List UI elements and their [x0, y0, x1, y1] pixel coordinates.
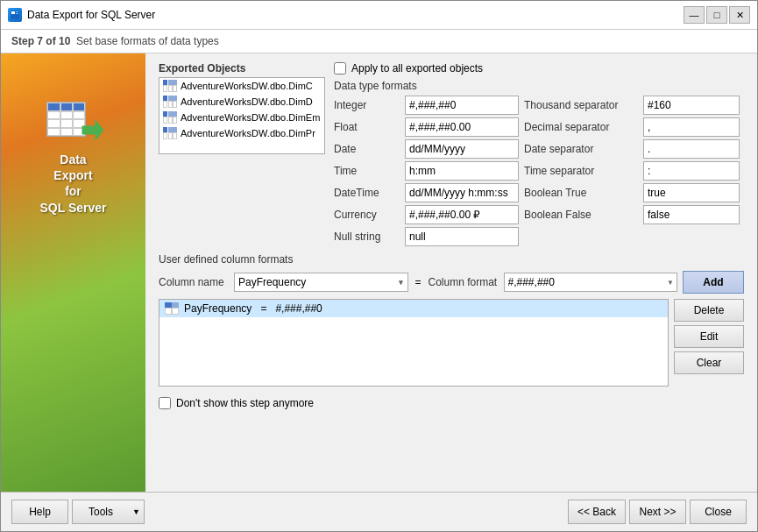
column-name-select[interactable]: PayFrequency: [234, 273, 408, 292]
minimize-button[interactable]: —: [684, 6, 705, 24]
object-icon-3: [163, 127, 177, 139]
footer: Help Tools ▼ << Back Next >> Close: [1, 492, 757, 531]
back-button[interactable]: << Back: [568, 500, 626, 524]
float-input[interactable]: [405, 117, 519, 137]
integer-label: Integer: [334, 99, 400, 111]
time-input[interactable]: [405, 161, 519, 181]
data-type-formats-title: Data type formats: [334, 80, 744, 92]
bool-true-label: Boolean True: [524, 187, 638, 199]
bool-true-input[interactable]: [643, 183, 740, 202]
column-name-select-wrapper: PayFrequency ▼: [234, 273, 408, 292]
currency-input[interactable]: [405, 205, 519, 224]
date-sep-label: Date separator: [524, 143, 638, 155]
main-content: Data Export for SQL Server Exported Obje…: [1, 53, 757, 492]
apply-all-checkbox[interactable]: [334, 62, 346, 74]
date-sep-input[interactable]: [643, 139, 740, 159]
svg-rect-2: [16, 11, 18, 12]
object-item-1[interactable]: AdventureWorksDW.dbo.DimD: [159, 94, 324, 110]
decimal-sep-input[interactable]: [643, 117, 740, 137]
ud-item-format: #,###,##0: [275, 302, 322, 315]
footer-left-buttons: Help Tools ▼: [11, 500, 145, 524]
svg-rect-3: [16, 13, 18, 14]
null-string-input[interactable]: [405, 227, 519, 246]
column-format-select[interactable]: #,###,##0: [504, 273, 678, 292]
datetime-input[interactable]: [405, 183, 519, 202]
dont-show-label[interactable]: Don't show this step anymore: [176, 397, 314, 409]
object-icon-2: [163, 111, 177, 124]
col-format-label: Column format: [429, 276, 499, 288]
object-item-2[interactable]: AdventureWorksDW.dbo.DimEm: [159, 110, 324, 125]
float-label: Float: [334, 121, 400, 133]
user-defined-list-row: PayFrequency = #,###,##0 Delete Edit Cle…: [159, 299, 744, 387]
apply-all-row: Apply to all exported objects: [334, 62, 744, 74]
step-description: Set base formats of data types: [76, 35, 219, 47]
col-name-label: Column name: [159, 276, 229, 288]
object-item-0[interactable]: AdventureWorksDW.dbo.DimC: [159, 78, 324, 94]
currency-label: Currency: [334, 209, 400, 221]
left-panel: Data Export for SQL Server: [1, 53, 145, 492]
user-defined-list[interactable]: PayFrequency = #,###,##0: [159, 299, 669, 387]
null-string-label: Null string: [334, 231, 400, 243]
app-icon: [8, 8, 22, 22]
tools-button[interactable]: Tools: [72, 500, 129, 524]
date-input[interactable]: [405, 139, 519, 159]
time-sep-label: Time separator: [524, 165, 638, 177]
thousand-sep-label: Thousand separator: [524, 99, 638, 111]
ud-item-equals: =: [260, 302, 266, 315]
dont-show-row: Don't show this step anymore: [159, 397, 744, 409]
bool-false-label: Boolean False: [524, 209, 638, 221]
user-defined-title: User defined column formats: [159, 253, 744, 266]
formats-section: Apply to all exported objects Data type …: [334, 62, 744, 246]
ud-list-item-icon: [165, 302, 179, 315]
data-type-formats-section: Data type formats Integer Thousand separ…: [334, 80, 744, 246]
bool-false-input[interactable]: [643, 205, 740, 224]
window-controls: — □ ✕: [684, 6, 750, 24]
step-bar: Step 7 of 10 Set base formats of data ty…: [1, 30, 757, 53]
exported-objects-list[interactable]: AdventureWorksDW.dbo.DimC AdventureWorks…: [159, 77, 325, 154]
step-number: Step 7 of 10: [11, 35, 70, 47]
exported-objects-label: Exported Objects: [159, 62, 325, 74]
close-button[interactable]: Close: [690, 500, 747, 524]
svg-rect-1: [11, 11, 15, 14]
footer-right-buttons: << Back Next >> Close: [568, 500, 747, 524]
integer-input[interactable]: [405, 96, 519, 115]
decimal-sep-label: Decimal separator: [524, 121, 638, 133]
dont-show-checkbox[interactable]: [159, 397, 171, 409]
ud-buttons-col: Delete Edit Clear: [674, 299, 744, 374]
edit-button[interactable]: Edit: [674, 325, 744, 348]
object-item-3[interactable]: AdventureWorksDW.dbo.DimPr: [159, 125, 324, 141]
right-panel: Exported Objects AdventureWorksDW.dbo.Di…: [145, 53, 757, 492]
user-defined-inputs-row: Column name PayFrequency ▼ = Column form…: [159, 271, 744, 294]
user-defined-section: User defined column formats Column name …: [159, 253, 744, 387]
left-panel-content: Data Export for SQL Server: [39, 97, 106, 216]
object-icon-0: [163, 80, 177, 92]
column-format-select-wrapper: #,###,##0 ▼: [504, 273, 678, 292]
main-window: Data Export for SQL Server — □ ✕ Step 7 …: [0, 0, 758, 532]
help-button[interactable]: Help: [11, 500, 68, 524]
object-icon-1: [163, 96, 177, 108]
date-label: Date: [334, 143, 400, 155]
add-button[interactable]: Add: [683, 271, 744, 294]
time-sep-input[interactable]: [643, 161, 740, 181]
tools-dropdown-arrow[interactable]: ▼: [129, 500, 145, 524]
ud-list-item-0[interactable]: PayFrequency = #,###,##0: [159, 300, 668, 317]
next-button[interactable]: Next >>: [629, 500, 686, 524]
product-name-label: Data Export for SQL Server: [39, 152, 106, 216]
title-bar: Data Export for SQL Server — □ ✕: [1, 1, 757, 30]
formats-grid: Integer Thousand separator Float Decimal…: [334, 96, 744, 246]
app-logo-icon: [46, 97, 99, 141]
datetime-label: DateTime: [334, 187, 400, 199]
close-window-button[interactable]: ✕: [729, 6, 750, 24]
clear-button[interactable]: Clear: [674, 351, 744, 374]
thousand-sep-input[interactable]: [643, 96, 740, 115]
apply-all-label[interactable]: Apply to all exported objects: [351, 62, 483, 74]
delete-button[interactable]: Delete: [674, 299, 744, 322]
tools-button-group: Tools ▼: [72, 500, 145, 524]
exported-objects-section: Exported Objects AdventureWorksDW.dbo.Di…: [159, 62, 325, 154]
time-label: Time: [334, 165, 400, 177]
equals-sign: =: [414, 276, 423, 288]
maximize-button[interactable]: □: [706, 6, 727, 24]
ud-item-name: PayFrequency: [184, 302, 251, 315]
window-title: Data Export for SQL Server: [27, 9, 684, 21]
